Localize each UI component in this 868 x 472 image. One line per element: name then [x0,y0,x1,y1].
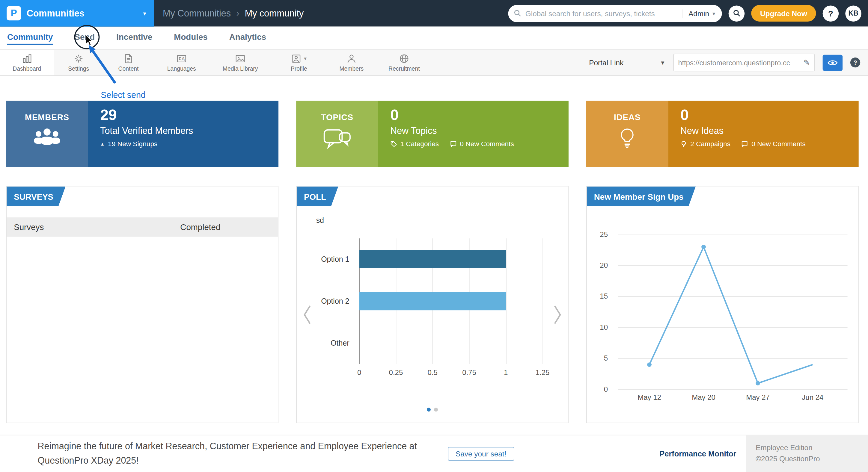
edition-box: Employee Edition ©2025 QuestionPro [746,435,868,472]
signups-line-chart: 0510152025 May 12May 20May 27Jun 24 [587,235,858,402]
members-meta: ▲ 19 New Signups [100,140,278,148]
performance-monitor-link[interactable]: Performance Monitor [659,449,736,458]
chevron-down-icon: ▼ [660,60,665,66]
gridline [542,238,543,364]
members-card-left: MEMBERS [6,101,88,167]
toolbar-item-settings[interactable]: Settings [54,50,103,75]
campaigns-text: 2 Campaigns [690,140,731,148]
carousel-next-button[interactable] [552,302,564,327]
product-switcher[interactable]: P Communities ▾ [0,0,154,27]
global-search[interactable]: Admin ▾ [508,5,722,22]
lightbulb-icon [618,127,636,151]
edit-icon[interactable]: ✎ [803,58,810,67]
global-search-input[interactable] [525,9,682,18]
axis-tick-label: Jun 24 [802,393,823,402]
new-signups-text: 19 New Signups [108,140,157,148]
product-name: Communities [27,8,85,19]
poll-panel: POLL sd Option 1Option 2Other 00.250.50.… [296,186,568,423]
axis-tick-label: 0.25 [389,368,403,377]
axis-tick-label: May 12 [638,393,661,402]
toolbar-item-recruitment[interactable]: Recruitment [376,50,432,75]
topics-meta: 1 Categories 0 New Comments [390,140,568,148]
tab-modules[interactable]: Modules [174,31,208,45]
avatar[interactable]: KB [845,5,861,22]
portal-url-field[interactable]: https://customercom.questionpro.cc ✎ [673,54,815,71]
person-icon [346,53,357,64]
poll-bar [360,292,506,310]
card-title: TOPICS [321,112,353,122]
toolbar-item-languages[interactable]: A Languages [154,50,209,75]
ideas-subtitle: New Ideas [680,126,859,136]
poll-row [360,280,542,322]
preview-button[interactable] [823,55,842,71]
comment-icon [450,140,457,147]
surveys-table-header: Surveys Completed [7,217,278,237]
poll-question: sd [316,216,568,227]
tab-send[interactable]: Send [74,31,95,45]
toolbar: Dashboard Settings Content A Languages M… [0,50,868,76]
ideas-card[interactable]: IDEAS 0 New Ideas 2 Campaigns 0 New Comm… [586,101,859,167]
toolbar-label: Profile [291,65,307,72]
bulb-icon [680,140,687,147]
tab-bar: Community Send Incentive Modules Analyti… [0,27,868,50]
edition-label: Employee Edition [755,443,868,454]
axis-tick-label: 25 [600,230,608,238]
toolbar-item-members[interactable]: Members [327,50,376,75]
toolbar-label: Content [118,65,139,72]
search-scope-select[interactable]: Admin [682,9,712,18]
axis-tick-label: 15 [600,292,608,300]
stats-cards: MEMBERS 29 Total Verified Members ▲ 19 N… [0,76,868,167]
image-icon [235,53,246,64]
toolbar-label: Recruitment [389,65,420,72]
tab-community[interactable]: Community [7,31,53,45]
members-card[interactable]: MEMBERS 29 Total Verified Members ▲ 19 N… [6,101,278,167]
members-count: 29 [100,107,278,124]
ideas-meta: 2 Campaigns 0 New Comments [680,140,859,148]
portal-link-select[interactable]: Portal Link ▼ [589,58,665,67]
card-title: MEMBERS [25,112,69,122]
search-button[interactable] [728,5,745,22]
toolbar-label: Dashboard [12,65,41,72]
help-icon[interactable]: ? [850,58,860,67]
toolbar-item-content[interactable]: Content [103,50,154,75]
globe-icon [399,53,410,64]
toolbar-item-dashboard[interactable]: Dashboard [0,50,54,75]
toolbar-label: Members [339,65,364,72]
gear-icon [73,53,84,64]
tab-incentive[interactable]: Incentive [116,31,152,45]
breadcrumb-my-communities[interactable]: My Communities [163,8,231,19]
help-button[interactable]: ? [823,5,839,22]
members-subtitle: Total Verified Members [100,126,278,136]
toolbar-label: Media Library [223,65,258,72]
toolbar-item-media-library[interactable]: Media Library [209,50,271,75]
topics-card[interactable]: TOPICS 0 New Topics 1 Categories 0 New C… [296,101,568,167]
surveys-ribbon: SURVEYS [7,186,66,206]
carousel-prev-button[interactable] [301,302,313,327]
carousel-pagination [297,408,568,411]
divider [316,398,549,398]
axis-tick-label: 1 [504,368,508,377]
toolbar-item-profile[interactable]: ▼ Profile [271,50,327,75]
carousel-dot-2[interactable] [434,408,438,411]
topics-card-body: 0 New Topics 1 Categories 0 New Comments [378,101,568,167]
axis-tick-label: 0 [604,385,608,394]
chevron-down-icon: ▼ [303,56,308,61]
tab-analytics[interactable]: Analytics [229,31,266,45]
breadcrumb: My Communities › My community [163,8,304,19]
x-axis-labels: May 12May 20May 27Jun 24 [618,389,848,402]
top-bar: P Communities ▾ My Communities › My comm… [0,0,868,27]
carousel-dot-1[interactable] [427,408,431,411]
column-completed: Completed [180,222,220,232]
card-title: IDEAS [614,112,641,122]
xday-promo-text: Reimagine the future of Market Research,… [38,439,428,468]
topics-card-left: TOPICS [296,101,378,167]
upgrade-now-button[interactable]: Upgrade Now [751,5,816,22]
column-surveys: Surveys [14,222,44,232]
save-your-seat-button[interactable]: Save your seat! [448,446,514,460]
chevron-down-icon[interactable]: ▾ [712,10,715,16]
logo-letter: P [11,8,17,19]
header-actions: Admin ▾ Upgrade Now ? KB [508,5,868,22]
tag-icon [390,140,397,147]
poll-x-axis: 00.250.50.7511.25 [297,364,568,377]
poll-bar [360,250,506,268]
